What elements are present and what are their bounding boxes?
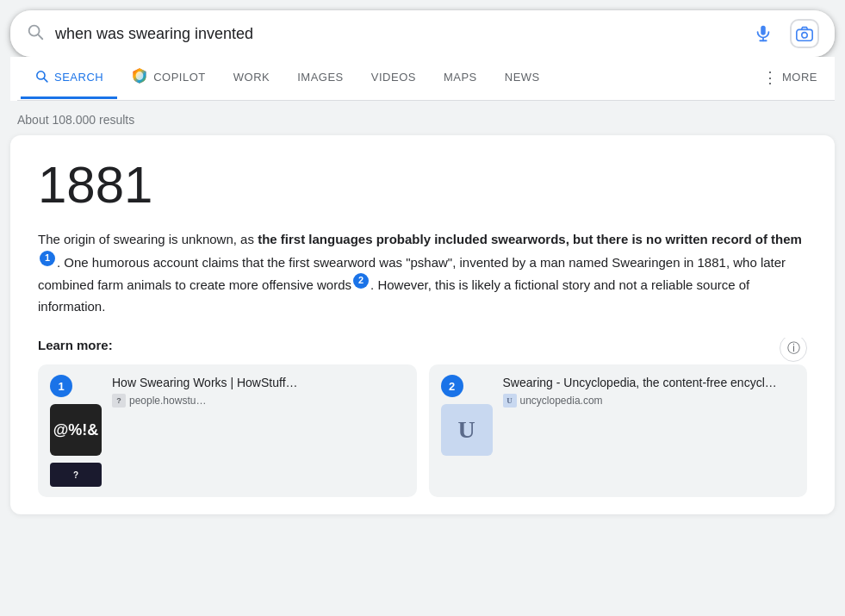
tab-videos[interactable]: VIDEOS: [357, 60, 430, 96]
citation-2[interactable]: 2: [353, 273, 369, 289]
source-title-1: How Swearing Works | HowStuff…: [112, 375, 298, 390]
tab-more-label: MORE: [782, 71, 817, 84]
svg-line-8: [44, 78, 47, 81]
svg-point-6: [802, 33, 807, 38]
nav-tabs-wrapper: SEARCH: [10, 57, 835, 101]
tab-maps[interactable]: MAPS: [430, 60, 491, 96]
search-tab-icon: [34, 69, 49, 86]
source-thumb-1: @%!&: [50, 404, 102, 456]
description-bold: the first languages probably included sw…: [258, 232, 802, 246]
source-domain-2: U uncyclopedia.com: [503, 394, 777, 408]
tab-videos-label: VIDEOS: [371, 71, 416, 84]
tab-images-label: IMAGES: [297, 71, 344, 84]
citation-1[interactable]: 1: [40, 251, 55, 266]
search-bar: when was swearing invented: [10, 10, 835, 57]
source-domain-1: ? people.howstu…: [112, 394, 298, 408]
domain-icon-1: ?: [112, 394, 126, 408]
svg-line-1: [38, 34, 42, 39]
source-thumb-2: U: [441, 404, 493, 456]
more-dots-icon: ⋮: [762, 68, 777, 87]
svg-rect-2: [761, 26, 766, 35]
source-info-1: How Swearing Works | HowStuff… ? people.…: [112, 375, 298, 408]
result-year: 1881: [38, 159, 807, 211]
camera-icon[interactable]: [790, 19, 819, 48]
source-card-2[interactable]: 2 U Swearing - Uncyclopedia, the content…: [429, 364, 808, 497]
search-icon: [26, 22, 45, 46]
result-description: The origin of swearing is unknown, as th…: [38, 228, 807, 317]
tab-news[interactable]: NEWS: [491, 60, 554, 96]
microphone-icon[interactable]: [749, 19, 778, 48]
search-input[interactable]: when was swearing invented: [55, 25, 738, 43]
tab-work[interactable]: WORK: [220, 60, 283, 96]
source-num-2: 2: [441, 375, 463, 397]
domain-icon-2: U: [503, 394, 517, 408]
copilot-icon: [131, 67, 148, 87]
tab-copilot[interactable]: COPILOT: [117, 57, 220, 100]
featured-result-card: 1881 The origin of swearing is unknown, …: [10, 135, 835, 514]
svg-point-9: [136, 72, 144, 80]
source-num-1: 1: [50, 375, 72, 397]
tab-copilot-label: COPILOT: [153, 71, 206, 84]
tab-maps-label: MAPS: [444, 71, 477, 84]
description-part1: The origin of swearing is unknown, as: [38, 232, 258, 246]
tab-search[interactable]: SEARCH: [21, 59, 117, 99]
learn-more-section: ⓘ Learn more:: [38, 338, 807, 364]
tab-news-label: NEWS: [505, 71, 540, 84]
results-count: About 108.000 results: [10, 109, 835, 135]
tab-more[interactable]: ⋮ MORE: [749, 58, 831, 100]
tab-search-label: SEARCH: [54, 71, 103, 84]
source-card-1[interactable]: 1 @%!& ? How Swearing Works | HowStuff… …: [38, 364, 417, 497]
tab-work-label: WORK: [233, 71, 270, 84]
source-title-2: Swearing - Uncyclopedia, the content-fre…: [503, 375, 777, 390]
tab-images[interactable]: IMAGES: [283, 60, 357, 96]
source-info-2: Swearing - Uncyclopedia, the content-fre…: [503, 375, 777, 408]
svg-rect-5: [797, 29, 812, 40]
info-button[interactable]: ⓘ: [780, 338, 807, 362]
learn-more-label: Learn more:: [38, 338, 807, 352]
source-cards: 1 @%!& ? How Swearing Works | HowStuff… …: [38, 364, 807, 497]
nav-tabs: SEARCH: [17, 57, 835, 101]
